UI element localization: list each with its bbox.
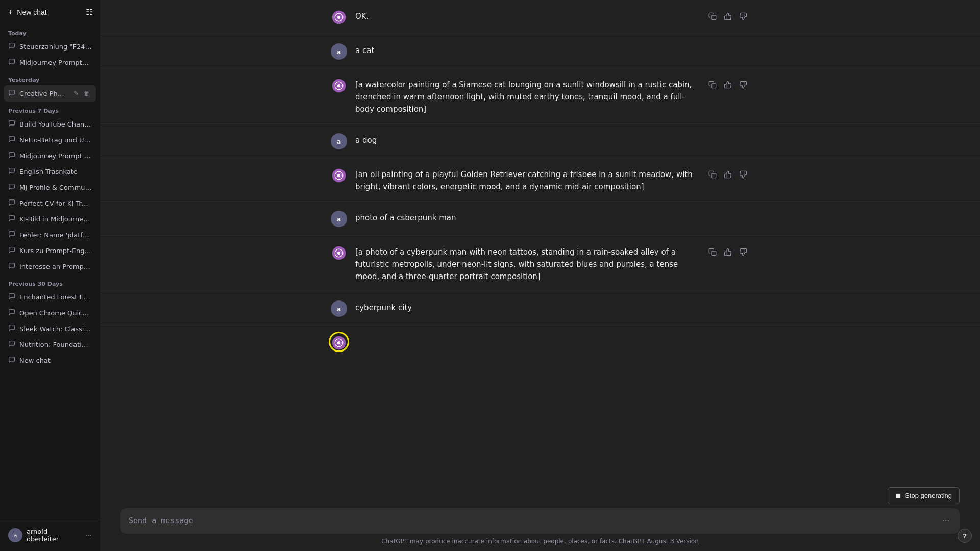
chat-item[interactable]: Interesse an Prompt Enginee...	[4, 259, 96, 274]
chat-item[interactable]: Midjourney Prompts & Examp...	[4, 55, 96, 70]
message-content: cyberpunk city	[355, 299, 749, 314]
chat-item-label: Build YouTube Channel: 100k...	[19, 120, 92, 128]
sidebar-header: + New chat ☷	[0, 0, 100, 24]
section-label: Today	[4, 24, 96, 39]
chat-container[interactable]: OK.aa cat [a watercolor painting of a Si…	[100, 0, 980, 481]
message-content: a dog	[355, 132, 749, 146]
chat-item-label: Nutrition: Foundation of Health...	[19, 341, 92, 348]
chat-item[interactable]: Build YouTube Channel: 100k...	[4, 116, 96, 132]
message-content: [a photo of a cyberpunk man with neon ta…	[355, 244, 698, 283]
stop-btn-wrap: ⏹ Stop generating	[120, 487, 960, 504]
chat-item[interactable]: Nutrition: Foundation of Health...	[4, 337, 96, 353]
thumbs-down-button[interactable]	[737, 79, 749, 91]
svg-point-8	[337, 341, 340, 344]
chat-bubble-icon	[8, 42, 15, 51]
chat-item-label: KI-Bild in Midjourney erstellen...	[19, 215, 92, 223]
user-profile[interactable]: a arnold oberleiter ···	[4, 523, 96, 547]
user-name: arnold oberleiter	[27, 528, 81, 543]
stop-label: Stop generating	[905, 492, 952, 499]
copy-button[interactable]	[706, 79, 719, 91]
sidebar: + New chat ☷ Today Steuerzahlung "F24" f…	[0, 0, 100, 551]
message-actions	[706, 79, 749, 91]
copy-button[interactable]	[706, 168, 719, 181]
edit-chat-button[interactable]: ✎	[71, 89, 81, 98]
chat-bubble-icon	[8, 356, 15, 365]
chat-item[interactable]: Sleek Watch: Classic Elegance...	[4, 321, 96, 337]
help-button[interactable]: ?	[958, 529, 972, 543]
message-input[interactable]	[129, 515, 941, 527]
chat-item[interactable]: New chat	[4, 353, 96, 368]
chat-item[interactable]: Kurs zu Prompt-Engineering	[4, 243, 96, 259]
svg-rect-1	[712, 15, 716, 20]
message-avatar: a	[331, 43, 347, 60]
main-content: OK.aa cat [a watercolor painting of a Si…	[100, 0, 980, 551]
thumbs-down-button[interactable]	[737, 168, 749, 181]
svg-point-0	[337, 16, 340, 19]
chat-item-label: Fehler: Name 'platform' undef...	[19, 231, 92, 239]
chat-bubble-icon	[8, 167, 15, 176]
stop-generating-button[interactable]: ⏹ Stop generating	[888, 487, 960, 504]
chat-item-label: Perfect CV for KI Trainer	[19, 199, 92, 207]
section-label: Previous 7 Days	[4, 102, 96, 116]
chat-item[interactable]: MJ Profile & Community Serv...	[4, 180, 96, 195]
chat-bubble-icon	[8, 183, 15, 192]
message-content: [a watercolor painting of a Siamese cat …	[355, 77, 698, 115]
chat-item[interactable]: Creative Photography✎🗑	[4, 85, 96, 102]
chat-bubble-icon	[8, 324, 15, 333]
chat-bubble-icon	[8, 231, 15, 239]
chat-item[interactable]: Open Chrome Quickly	[4, 305, 96, 321]
section-label: Previous 30 Days	[4, 274, 96, 289]
message-avatar	[331, 78, 347, 94]
footer-note: ChatGPT may produce inaccurate informati…	[120, 534, 960, 551]
footer-link[interactable]: ChatGPT August 3 Version	[619, 538, 699, 545]
chat-item[interactable]: Midjourney Prompt Examples...	[4, 148, 96, 164]
chat-item-label: Open Chrome Quickly	[19, 309, 92, 317]
input-more-button[interactable]: ···	[941, 514, 951, 528]
layout-icon: ☷	[86, 8, 93, 16]
message-actions	[706, 168, 749, 181]
section-label: Yesterday	[4, 70, 96, 85]
new-chat-label: New chat	[17, 8, 46, 16]
chat-bubble-icon	[8, 262, 15, 271]
thumbs-up-button[interactable]	[722, 168, 734, 181]
thumbs-down-button[interactable]	[737, 10, 749, 22]
chat-item-label: Sleek Watch: Classic Elegance...	[19, 325, 92, 333]
stop-icon: ⏹	[895, 492, 902, 499]
chat-bubble-icon	[8, 246, 15, 255]
chat-item[interactable]: Enchanted Forest Exploration	[4, 289, 96, 305]
chat-bubble-icon	[8, 58, 15, 67]
thumbs-up-button[interactable]	[722, 79, 734, 91]
copy-button[interactable]	[706, 246, 719, 258]
message-avatar	[331, 167, 347, 184]
thumbs-up-button[interactable]	[722, 246, 734, 258]
message-actions	[706, 10, 749, 22]
plus-icon: +	[8, 8, 13, 17]
avatar: a	[8, 528, 22, 542]
chat-item-label: Creative Photography	[19, 90, 67, 97]
input-area: ···	[120, 508, 960, 534]
sidebar-footer: a arnold oberleiter ···	[0, 519, 100, 551]
chat-item[interactable]: Perfect CV for KI Trainer	[4, 195, 96, 211]
new-chat-button[interactable]: + New chat	[4, 5, 81, 20]
layout-toggle-button[interactable]: ☷	[83, 4, 96, 20]
message-row: aa cat	[100, 34, 980, 68]
delete-chat-button[interactable]: 🗑	[82, 89, 92, 98]
chat-item[interactable]: KI-Bild in Midjourney erstellen...	[4, 211, 96, 227]
svg-rect-5	[712, 173, 716, 178]
message-row: aphoto of a csberpunk man	[100, 202, 980, 236]
svg-point-4	[337, 174, 340, 177]
chat-item[interactable]: Steuerzahlung "F24" für Lohn...	[4, 39, 96, 55]
typing-row	[100, 325, 980, 362]
chat-bubble-icon	[8, 215, 15, 223]
thumbs-down-button[interactable]	[737, 246, 749, 258]
chat-item[interactable]: English Trasnkate	[4, 164, 96, 180]
chat-item[interactable]: Fehler: Name 'platform' undef...	[4, 227, 96, 243]
thumbs-up-button[interactable]	[722, 10, 734, 22]
copy-button[interactable]	[706, 10, 719, 22]
chat-bubble-icon	[8, 309, 15, 317]
chat-bubble-icon	[8, 199, 15, 208]
chat-item[interactable]: Netto-Betrag und Umsatzste...	[4, 132, 96, 148]
chat-item-label: Interesse an Prompt Enginee...	[19, 263, 92, 270]
user-more-icon: ···	[85, 531, 92, 539]
chat-item-label: Kurs zu Prompt-Engineering	[19, 247, 92, 255]
